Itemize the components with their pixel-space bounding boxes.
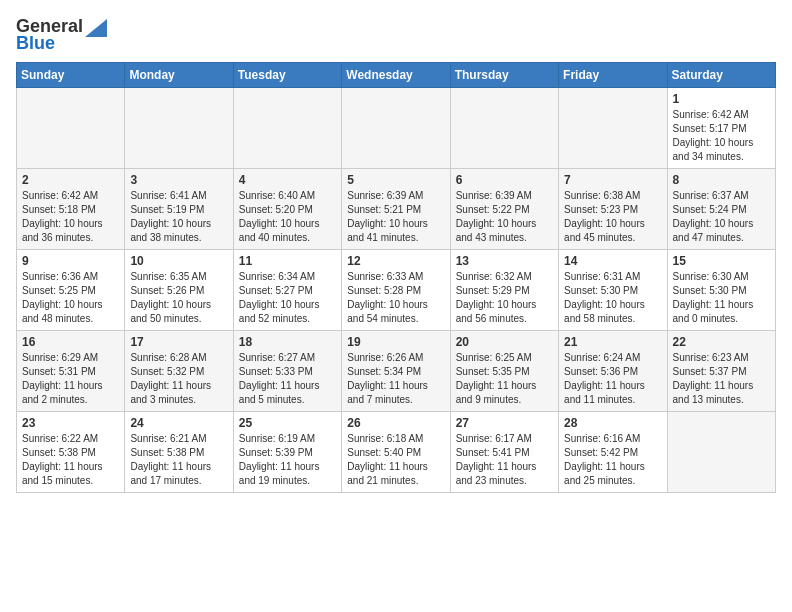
day-number: 14 xyxy=(564,254,661,268)
day-number: 22 xyxy=(673,335,770,349)
calendar-cell: 9Sunrise: 6:36 AM Sunset: 5:25 PM Daylig… xyxy=(17,250,125,331)
weekday-header-sunday: Sunday xyxy=(17,63,125,88)
calendar-cell: 1Sunrise: 6:42 AM Sunset: 5:17 PM Daylig… xyxy=(667,88,775,169)
day-number: 20 xyxy=(456,335,553,349)
day-number: 1 xyxy=(673,92,770,106)
day-info: Sunrise: 6:40 AM Sunset: 5:20 PM Dayligh… xyxy=(239,189,336,245)
day-number: 12 xyxy=(347,254,444,268)
day-info: Sunrise: 6:32 AM Sunset: 5:29 PM Dayligh… xyxy=(456,270,553,326)
day-info: Sunrise: 6:36 AM Sunset: 5:25 PM Dayligh… xyxy=(22,270,119,326)
calendar-cell: 12Sunrise: 6:33 AM Sunset: 5:28 PM Dayli… xyxy=(342,250,450,331)
day-info: Sunrise: 6:42 AM Sunset: 5:18 PM Dayligh… xyxy=(22,189,119,245)
day-info: Sunrise: 6:38 AM Sunset: 5:23 PM Dayligh… xyxy=(564,189,661,245)
day-info: Sunrise: 6:17 AM Sunset: 5:41 PM Dayligh… xyxy=(456,432,553,488)
calendar-cell: 3Sunrise: 6:41 AM Sunset: 5:19 PM Daylig… xyxy=(125,169,233,250)
logo: General Blue xyxy=(16,16,107,54)
day-number: 16 xyxy=(22,335,119,349)
weekday-header-thursday: Thursday xyxy=(450,63,558,88)
calendar-cell xyxy=(125,88,233,169)
day-number: 26 xyxy=(347,416,444,430)
day-info: Sunrise: 6:25 AM Sunset: 5:35 PM Dayligh… xyxy=(456,351,553,407)
day-number: 7 xyxy=(564,173,661,187)
day-info: Sunrise: 6:21 AM Sunset: 5:38 PM Dayligh… xyxy=(130,432,227,488)
day-info: Sunrise: 6:34 AM Sunset: 5:27 PM Dayligh… xyxy=(239,270,336,326)
calendar-cell xyxy=(450,88,558,169)
logo-icon xyxy=(85,19,107,37)
day-info: Sunrise: 6:41 AM Sunset: 5:19 PM Dayligh… xyxy=(130,189,227,245)
calendar-cell: 28Sunrise: 6:16 AM Sunset: 5:42 PM Dayli… xyxy=(559,412,667,493)
weekday-header-tuesday: Tuesday xyxy=(233,63,341,88)
day-number: 24 xyxy=(130,416,227,430)
logo-blue-text: Blue xyxy=(16,33,55,54)
day-number: 25 xyxy=(239,416,336,430)
calendar-cell: 22Sunrise: 6:23 AM Sunset: 5:37 PM Dayli… xyxy=(667,331,775,412)
calendar-cell: 18Sunrise: 6:27 AM Sunset: 5:33 PM Dayli… xyxy=(233,331,341,412)
day-number: 21 xyxy=(564,335,661,349)
day-info: Sunrise: 6:24 AM Sunset: 5:36 PM Dayligh… xyxy=(564,351,661,407)
day-info: Sunrise: 6:39 AM Sunset: 5:21 PM Dayligh… xyxy=(347,189,444,245)
calendar-cell xyxy=(17,88,125,169)
day-info: Sunrise: 6:29 AM Sunset: 5:31 PM Dayligh… xyxy=(22,351,119,407)
day-number: 3 xyxy=(130,173,227,187)
day-info: Sunrise: 6:22 AM Sunset: 5:38 PM Dayligh… xyxy=(22,432,119,488)
day-number: 17 xyxy=(130,335,227,349)
calendar-cell: 14Sunrise: 6:31 AM Sunset: 5:30 PM Dayli… xyxy=(559,250,667,331)
weekday-header-friday: Friday xyxy=(559,63,667,88)
day-number: 23 xyxy=(22,416,119,430)
calendar-cell: 15Sunrise: 6:30 AM Sunset: 5:30 PM Dayli… xyxy=(667,250,775,331)
day-number: 13 xyxy=(456,254,553,268)
day-number: 18 xyxy=(239,335,336,349)
calendar-cell: 6Sunrise: 6:39 AM Sunset: 5:22 PM Daylig… xyxy=(450,169,558,250)
page-header: General Blue xyxy=(16,16,776,54)
svg-marker-0 xyxy=(85,19,107,37)
calendar-cell: 11Sunrise: 6:34 AM Sunset: 5:27 PM Dayli… xyxy=(233,250,341,331)
day-info: Sunrise: 6:18 AM Sunset: 5:40 PM Dayligh… xyxy=(347,432,444,488)
day-info: Sunrise: 6:23 AM Sunset: 5:37 PM Dayligh… xyxy=(673,351,770,407)
day-info: Sunrise: 6:35 AM Sunset: 5:26 PM Dayligh… xyxy=(130,270,227,326)
day-info: Sunrise: 6:27 AM Sunset: 5:33 PM Dayligh… xyxy=(239,351,336,407)
calendar-cell: 25Sunrise: 6:19 AM Sunset: 5:39 PM Dayli… xyxy=(233,412,341,493)
day-info: Sunrise: 6:26 AM Sunset: 5:34 PM Dayligh… xyxy=(347,351,444,407)
calendar-cell: 10Sunrise: 6:35 AM Sunset: 5:26 PM Dayli… xyxy=(125,250,233,331)
weekday-header-wednesday: Wednesday xyxy=(342,63,450,88)
calendar-cell xyxy=(667,412,775,493)
weekday-header-monday: Monday xyxy=(125,63,233,88)
day-info: Sunrise: 6:39 AM Sunset: 5:22 PM Dayligh… xyxy=(456,189,553,245)
calendar-cell: 23Sunrise: 6:22 AM Sunset: 5:38 PM Dayli… xyxy=(17,412,125,493)
day-number: 27 xyxy=(456,416,553,430)
calendar-cell: 17Sunrise: 6:28 AM Sunset: 5:32 PM Dayli… xyxy=(125,331,233,412)
day-info: Sunrise: 6:16 AM Sunset: 5:42 PM Dayligh… xyxy=(564,432,661,488)
day-info: Sunrise: 6:19 AM Sunset: 5:39 PM Dayligh… xyxy=(239,432,336,488)
day-number: 4 xyxy=(239,173,336,187)
calendar-cell: 5Sunrise: 6:39 AM Sunset: 5:21 PM Daylig… xyxy=(342,169,450,250)
day-number: 9 xyxy=(22,254,119,268)
day-info: Sunrise: 6:31 AM Sunset: 5:30 PM Dayligh… xyxy=(564,270,661,326)
day-number: 15 xyxy=(673,254,770,268)
calendar-cell: 26Sunrise: 6:18 AM Sunset: 5:40 PM Dayli… xyxy=(342,412,450,493)
day-number: 19 xyxy=(347,335,444,349)
calendar-cell: 21Sunrise: 6:24 AM Sunset: 5:36 PM Dayli… xyxy=(559,331,667,412)
calendar-cell: 27Sunrise: 6:17 AM Sunset: 5:41 PM Dayli… xyxy=(450,412,558,493)
day-number: 10 xyxy=(130,254,227,268)
calendar-cell: 7Sunrise: 6:38 AM Sunset: 5:23 PM Daylig… xyxy=(559,169,667,250)
day-info: Sunrise: 6:42 AM Sunset: 5:17 PM Dayligh… xyxy=(673,108,770,164)
weekday-header-saturday: Saturday xyxy=(667,63,775,88)
calendar-cell: 13Sunrise: 6:32 AM Sunset: 5:29 PM Dayli… xyxy=(450,250,558,331)
calendar-table: SundayMondayTuesdayWednesdayThursdayFrid… xyxy=(16,62,776,493)
day-info: Sunrise: 6:28 AM Sunset: 5:32 PM Dayligh… xyxy=(130,351,227,407)
calendar-cell: 20Sunrise: 6:25 AM Sunset: 5:35 PM Dayli… xyxy=(450,331,558,412)
day-number: 8 xyxy=(673,173,770,187)
calendar-cell xyxy=(559,88,667,169)
calendar-cell xyxy=(342,88,450,169)
calendar-cell: 8Sunrise: 6:37 AM Sunset: 5:24 PM Daylig… xyxy=(667,169,775,250)
calendar-cell: 24Sunrise: 6:21 AM Sunset: 5:38 PM Dayli… xyxy=(125,412,233,493)
calendar-cell xyxy=(233,88,341,169)
day-number: 6 xyxy=(456,173,553,187)
calendar-cell: 4Sunrise: 6:40 AM Sunset: 5:20 PM Daylig… xyxy=(233,169,341,250)
day-number: 2 xyxy=(22,173,119,187)
calendar-cell: 19Sunrise: 6:26 AM Sunset: 5:34 PM Dayli… xyxy=(342,331,450,412)
day-info: Sunrise: 6:30 AM Sunset: 5:30 PM Dayligh… xyxy=(673,270,770,326)
day-info: Sunrise: 6:33 AM Sunset: 5:28 PM Dayligh… xyxy=(347,270,444,326)
calendar-cell: 16Sunrise: 6:29 AM Sunset: 5:31 PM Dayli… xyxy=(17,331,125,412)
day-number: 28 xyxy=(564,416,661,430)
